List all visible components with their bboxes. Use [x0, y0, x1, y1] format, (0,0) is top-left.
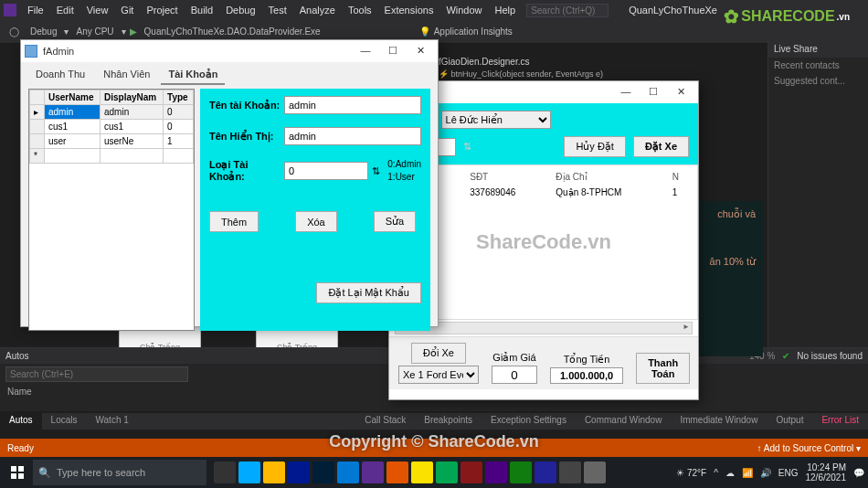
tab-breakpoints[interactable]: Breakpoints	[415, 413, 482, 430]
notifications-icon[interactable]: 💬	[853, 468, 864, 478]
autos-search[interactable]	[5, 366, 188, 382]
table-row-new[interactable]: *	[30, 149, 194, 164]
taskview-icon[interactable]	[214, 461, 236, 483]
menu-tools[interactable]: Tools	[343, 3, 377, 17]
onedrive-icon[interactable]: ☁	[725, 468, 735, 478]
vscode-icon[interactable]	[337, 461, 359, 483]
tab-taikhoan[interactable]: Tài Khoản	[161, 66, 225, 85]
suggested-contacts[interactable]: Suggested cont...	[768, 73, 868, 89]
btn-huydat[interactable]: Hủy Đặt	[564, 136, 626, 157]
fadmin-titlebar[interactable]: fAdmin — ☐ ✕	[21, 40, 438, 62]
app6-icon[interactable]	[535, 461, 556, 483]
tab-command[interactable]: Command Window	[576, 413, 671, 430]
col-type[interactable]: Type	[164, 90, 194, 105]
premiere-icon[interactable]	[288, 461, 310, 483]
close-button[interactable]: ✕	[667, 83, 694, 101]
table-row[interactable]: cus1 cus1 0	[30, 120, 194, 134]
app3-icon[interactable]	[436, 461, 458, 483]
toolbar-back-icon[interactable]: ◯	[5, 25, 23, 38]
tab-immediate[interactable]: Immediate Window	[671, 413, 767, 430]
start-button[interactable]	[4, 460, 31, 485]
btn-datxe[interactable]: Đặt Xe	[633, 136, 689, 157]
tab-callstack[interactable]: Call Stack	[355, 413, 415, 430]
app4-icon[interactable]	[460, 461, 482, 483]
table-row[interactable]: user userNe 1	[30, 134, 194, 149]
minimize-button[interactable]: —	[352, 42, 379, 60]
accounts-grid[interactable]: UserName DisplayNam Type ▸ admin admin 0…	[28, 89, 195, 331]
editor-tab[interactable]: fGiaoDien.Designer.cs	[439, 57, 530, 67]
tab-autos[interactable]: Autos	[0, 413, 42, 430]
col-display[interactable]: DisplayNam	[100, 90, 163, 105]
menu-view[interactable]: View	[81, 3, 114, 17]
tab-doanhthu[interactable]: Doanh Thu	[28, 66, 92, 85]
btn-reset-password[interactable]: Đặt Lại Mật Khẩu	[316, 282, 421, 303]
close-button[interactable]: ✕	[407, 42, 434, 60]
app8-icon[interactable]	[584, 461, 606, 483]
btn-sua[interactable]: Sửa	[374, 211, 416, 232]
maximize-button[interactable]: ☐	[640, 83, 667, 101]
input-giamgia[interactable]	[492, 366, 537, 384]
vs-icon[interactable]	[362, 461, 384, 483]
tab-nhanvien[interactable]: Nhân Viên	[96, 66, 157, 85]
select-khachhang[interactable]: Lê Đức Hiển	[441, 111, 551, 129]
menu-build[interactable]: Build	[185, 3, 218, 17]
clock-time[interactable]: 10:24 PM	[806, 462, 847, 472]
menu-test[interactable]: Test	[263, 3, 292, 17]
tab-exception[interactable]: Exception Settings	[482, 413, 576, 430]
select-xe[interactable]: Xe 1 Ford Eve	[398, 366, 479, 384]
explorer-icon[interactable]	[263, 461, 285, 483]
tab-watch[interactable]: Watch 1	[86, 413, 137, 430]
app7-icon[interactable]	[559, 461, 581, 483]
input-loai[interactable]	[284, 162, 368, 180]
breadcrumb: ⚡ btnHuy_Click(object sender, EventArgs …	[439, 69, 603, 79]
toolbar-debug-config[interactable]: Debug	[26, 25, 60, 38]
autos-title: Autos	[5, 351, 29, 361]
table-row[interactable]: 7796784 337689046 Quận 8-TPHCM 1	[394, 185, 693, 200]
recent-contacts[interactable]: Recent contacts	[768, 58, 868, 73]
menu-debug[interactable]: Debug	[220, 3, 260, 17]
taskbar-search[interactable]: 🔍 Type here to search	[33, 460, 206, 485]
horizontal-scrollbar[interactable]	[395, 322, 693, 334]
btn-xoa[interactable]: Xóa	[295, 211, 337, 232]
app5-icon[interactable]	[485, 461, 507, 483]
menu-git[interactable]: Git	[115, 3, 139, 17]
status-ready: Ready	[7, 443, 34, 453]
system-tray[interactable]: ☀ 72°F ^ ☁ 📶 🔊 ENG 10:24 PM 12/6/2021 💬	[676, 462, 864, 483]
toolbar-insights[interactable]: Application Insights	[434, 27, 513, 37]
menu-help[interactable]: Help	[490, 3, 522, 17]
tab-locals[interactable]: Locals	[42, 413, 87, 430]
menu-edit[interactable]: Edit	[51, 3, 79, 17]
wifi-icon[interactable]: 📶	[742, 468, 753, 478]
app1-icon[interactable]	[386, 461, 408, 483]
col-username[interactable]: UserName	[45, 90, 101, 105]
input-hienthi[interactable]	[284, 127, 421, 145]
edge-icon[interactable]	[238, 461, 260, 483]
minimize-button[interactable]: —	[612, 83, 640, 101]
volume-icon[interactable]: 🔊	[760, 468, 771, 478]
tab-errorlist[interactable]: Error List	[812, 413, 868, 430]
toolbar-start-target[interactable]: QuanLyChoThueXe.DAO.DataProvider.Exe	[141, 25, 324, 38]
btn-them[interactable]: Thêm	[209, 211, 259, 232]
photoshop-icon[interactable]	[312, 461, 334, 483]
lbl-giamgia: Giảm Giá	[492, 352, 535, 364]
maximize-button[interactable]: ☐	[379, 42, 407, 60]
input-taikhoan[interactable]	[284, 96, 421, 114]
table-row[interactable]: ▸ admin admin 0	[30, 105, 194, 120]
menu-window[interactable]: Window	[440, 3, 487, 17]
menu-file[interactable]: File	[22, 3, 49, 17]
menu-extensions[interactable]: Extensions	[379, 3, 439, 17]
tray-chevron-icon[interactable]: ^	[714, 468, 718, 478]
lang-indicator[interactable]: ENG	[778, 468, 799, 478]
btn-thanhtoan[interactable]: Thanh Toán	[636, 353, 690, 384]
toolbar-cpu[interactable]: Any CPU	[72, 25, 117, 38]
menu-project[interactable]: Project	[141, 3, 183, 17]
menu-analyze[interactable]: Analyze	[294, 3, 341, 17]
tab-output[interactable]: Output	[767, 413, 812, 430]
btn-doixe[interactable]: Đổi Xe	[411, 343, 466, 364]
status-add-source[interactable]: ↑ Add to Source Control ▾	[757, 443, 861, 453]
excel-icon[interactable]	[510, 461, 532, 483]
fadmin-tabs: Doanh Thu Nhân Viên Tài Khoản	[21, 62, 438, 85]
weather-icon[interactable]: ☀ 72°F	[676, 468, 706, 478]
app2-icon[interactable]	[411, 461, 433, 483]
vs-search-input[interactable]	[526, 4, 609, 17]
